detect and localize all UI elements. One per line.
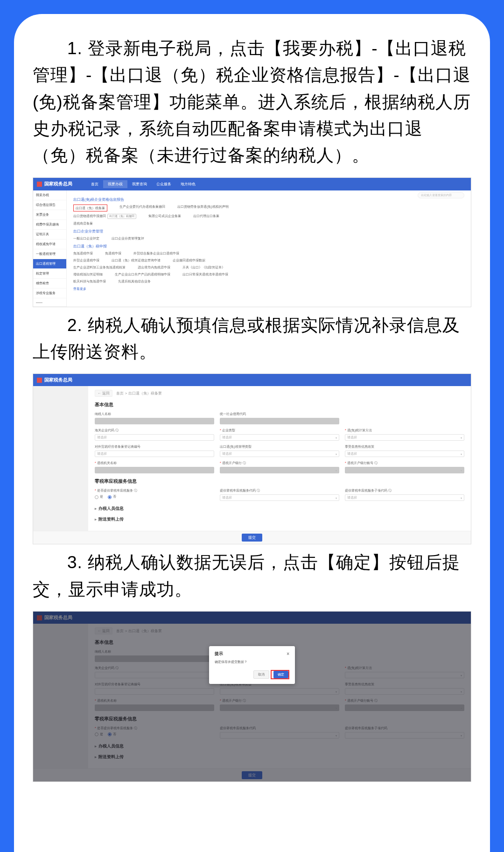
collapse-staff[interactable]: ▸办税人员信息 [95,506,464,512]
menu-link[interactable]: 生产企业进料加工业务免抵退税核算 [73,265,126,270]
cancel-button[interactable]: 取消 [253,670,269,679]
step3-text: 3. 纳税人确认数据无误后，点击【确定】按钮后提交，显示申请成功。 [33,549,471,603]
chevron-down-icon: ▾ [336,452,337,456]
menu-link[interactable]: 开具《出口》《扣除凭证单》 [182,265,225,270]
see-more-link[interactable]: 查看更多 [73,287,464,291]
tab-public[interactable]: 公众服务 [152,180,176,188]
page-background: 1. 登录新电子税局，点击【我要办税】-【出口退税管理】-【出口退（免）税企业资… [0,0,504,852]
menu-link[interactable]: 外贸企业退税申报 [73,258,99,263]
badge: 出口退（免）税撤回 [107,214,136,219]
gov-header: 国家税务总局 首页 我要办税 我要查询 公众服务 地方特色 [33,178,471,190]
menu-link[interactable]: 生产企业出口自产产品的退税明细申报 [115,272,170,277]
field-label: 提供零税率应税服务代码 ⓘ [220,488,339,493]
sidebar-item[interactable]: 核定管理 [33,269,66,279]
menu-link[interactable]: 出口代理出口备案 [193,214,219,219]
menu-link[interactable]: 出口货物劳务放弃退(免)税权的声明 [177,204,229,211]
tax-auth-input[interactable] [95,467,214,473]
field-label: 统一社会信用代码 [220,412,339,416]
tab-query[interactable]: 我要查询 [127,180,152,188]
search-input[interactable]: 在此输入需要搜索的内容 [418,192,464,198]
menu-link[interactable]: 出口企业分类管理复评 [112,236,144,241]
form-panel: ← 返回 首页 > 出口退（免）税备案 基本信息 纳税人名称 统一社会信用代码 [88,386,471,531]
field-label: 享受普惠性优惠政策 [345,444,464,449]
section-title: 零税率应税服务信息 [95,478,464,485]
mgmt-type-select[interactable]: 请选择▾ [220,451,339,457]
close-icon[interactable]: × [287,651,289,656]
screenshot-1: 国家税务总局 首页 我要办税 我要查询 公众服务 地方特色 我要办税 综合信息报… [33,177,471,307]
sidebar-item[interactable]: 我要办税 [33,190,66,200]
section-title: 出口企业分类管理 [73,229,464,234]
credit-code-input[interactable] [220,418,339,424]
modal-actions: 取消 确定 [215,670,289,679]
gov-title: 国家税务总局 [44,377,72,383]
screenshot-2: 国家税务总局 ← 返回 首页 > 出口退（免）税备案 基本信息 纳税人名称 [33,373,471,544]
sidebar-item[interactable]: 综合信息报告 [33,200,66,210]
menu-link[interactable]: 出口退（免）税凭证信息查询申请 [112,258,161,263]
bank-input[interactable]: ▾ [220,467,339,473]
chevron-down-icon: ▾ [336,469,337,472]
menu-link[interactable]: 退税商店备案 [73,221,93,226]
menu-link[interactable]: 生产企业委托代办退税备案撤回 [119,204,165,211]
sidebar-item[interactable]: 税收减免申请 [33,239,66,249]
tab-home[interactable]: 首页 [86,180,103,188]
chevron-right-icon: ▸ [95,517,97,521]
field-taxpayer-name: 纳税人名称 [95,412,214,424]
gov-title: 国家税务总局 [44,181,72,187]
overseas-code-input[interactable]: 请选择 [95,434,214,441]
back-button[interactable]: ← 返回 [95,390,112,397]
menu-link[interactable]: 免抵退税申报 [73,251,93,256]
highlighted-link[interactable]: 出口退（免）税备案 [73,204,107,211]
calc-method-select[interactable]: 请选择▾ [345,434,464,441]
sidebar-item[interactable]: 发票业务 [33,210,66,220]
ok-highlight: 确定 [271,670,289,679]
account-input[interactable]: ▾ [345,467,464,473]
sidebar-placeholder [33,386,88,531]
chevron-down-icon: ▾ [461,436,462,439]
section-title: 出口退(免)税企业资格信息报告 [73,197,464,202]
gov-header: 国家税务总局 [33,374,471,386]
field-label: 海关企业代码 ⓘ [95,428,214,433]
sidebar-item[interactable]: 涉税专业服务 [33,289,66,298]
ok-button[interactable]: 确定 [273,671,288,678]
step2-text: 2. 纳税人确认预填信息或根据实际情况补录信息及上传附送资料。 [33,312,471,366]
menu-link[interactable]: 外贸综合服务企业出口退税申报 [133,251,179,256]
menu-link[interactable]: 进出境市内免税店申报 [138,265,170,270]
field-label: *退(免)税计算方法 [345,428,464,433]
taxpayer-name-input[interactable] [95,418,214,424]
menu-link[interactable]: 出口日常报关退税清单退税申报 [182,272,228,277]
sidebar-item[interactable]: 稽查检查 [33,279,66,289]
modal-title: 提示 [215,651,223,657]
collapse-attachment[interactable]: ▸附送资料上传 [95,516,464,522]
field-label: *退税开户银行账号 ⓘ [345,461,464,465]
enterprise-type-select[interactable]: 请选择▾ [220,434,339,441]
menu-link[interactable]: 企业撤回退税申报数据 [173,258,205,263]
modal-body-text: 确定保存并提交数据？ [215,660,289,664]
zero-code-select[interactable]: 请选择▾ [220,494,339,501]
radio-yes[interactable]: 是 [95,494,103,499]
menu-link[interactable]: 一般出口企业评定 [73,236,99,241]
gov-logo-icon [37,182,42,187]
sidebar: 我要办税 综合信息报告 发票业务 税费申报及缴纳 证明开具 税收减免申请 一般退… [33,190,67,307]
zero-subcode-select[interactable]: 请选择▾ [345,494,464,501]
content-card: 1. 登录新电子税局，点击【我要办税】-【出口退税管理】-【出口退（免）税企业资… [14,14,490,852]
sidebar-item[interactable]: 证明开具 [33,230,66,239]
submit-bar: 提交 [33,531,471,544]
menu-link[interactable]: 先退后核其他综合业务 [118,279,151,284]
step1-text: 1. 登录新电子税局，点击【我要办税】-【出口退税管理】-【出口退（免）税企业资… [33,35,471,169]
sidebar-item[interactable]: 税费申报及缴纳 [33,220,66,230]
menu-link[interactable]: 出口货物退税申报撤回出口退（免）税撤回 [73,214,136,219]
menu-link[interactable]: 航天科技与免抵退申报 [73,279,106,284]
tab-tax[interactable]: 我要办税 [103,180,127,188]
sidebar-item[interactable]: —— [33,298,66,307]
foreign-trade-input[interactable]: 请选择 [95,451,214,457]
policy-select[interactable]: 请选择▾ [345,451,464,457]
submit-button[interactable]: 提交 [242,534,262,542]
menu-link[interactable]: 集团公司成员企业备案 [148,214,181,219]
radio-no[interactable]: 否 [108,494,116,499]
field-label: *是否提供零税率应税服务 ⓘ [95,488,214,493]
menu-link[interactable]: 免退税申报 [105,251,121,256]
tab-local[interactable]: 地方特色 [176,180,200,188]
sidebar-item-export[interactable]: 出口退税管理 [33,259,66,269]
menu-link[interactable]: 增值税抵扣凭证明细 [73,272,103,277]
sidebar-item[interactable]: 一般退税管理 [33,249,66,259]
